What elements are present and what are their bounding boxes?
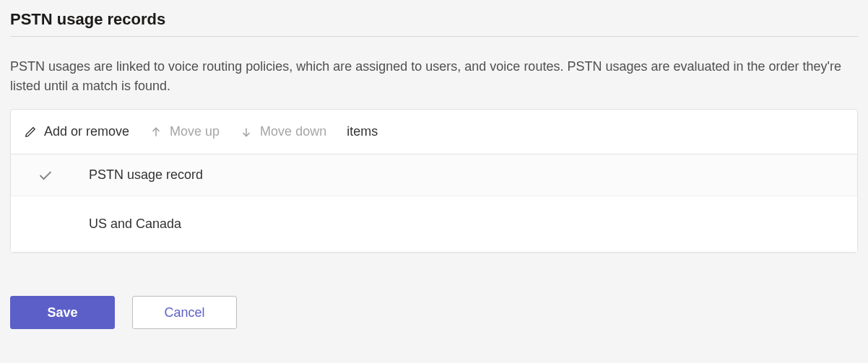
arrow-down-icon — [240, 126, 253, 139]
add-or-remove-label: Add or remove — [44, 124, 129, 139]
action-buttons: Save Cancel — [10, 296, 858, 329]
move-down-label: Move down — [260, 124, 326, 139]
page-description: PSTN usages are linked to voice routing … — [10, 57, 858, 96]
cancel-button[interactable]: Cancel — [132, 296, 237, 329]
select-all-column[interactable] — [24, 168, 89, 183]
edit-icon — [24, 126, 37, 139]
row-usage-record-name: US and Canada — [89, 217, 844, 232]
column-header-usage-record[interactable]: PSTN usage record — [89, 167, 844, 183]
table-header-row: PSTN usage record — [11, 154, 857, 196]
items-label: items — [347, 124, 378, 139]
save-button[interactable]: Save — [10, 296, 115, 329]
usage-records-card: Add or remove Move up Move down items — [10, 109, 858, 253]
add-or-remove-button[interactable]: Add or remove — [24, 124, 129, 139]
move-down-button[interactable]: Move down — [240, 124, 326, 139]
checkmark-icon — [38, 168, 53, 183]
page-title: PSTN usage records — [10, 10, 858, 37]
table-row[interactable]: US and Canada — [11, 196, 857, 252]
move-up-button[interactable]: Move up — [149, 124, 220, 139]
arrow-up-icon — [149, 126, 162, 139]
toolbar: Add or remove Move up Move down items — [11, 110, 857, 154]
move-up-label: Move up — [170, 124, 220, 139]
